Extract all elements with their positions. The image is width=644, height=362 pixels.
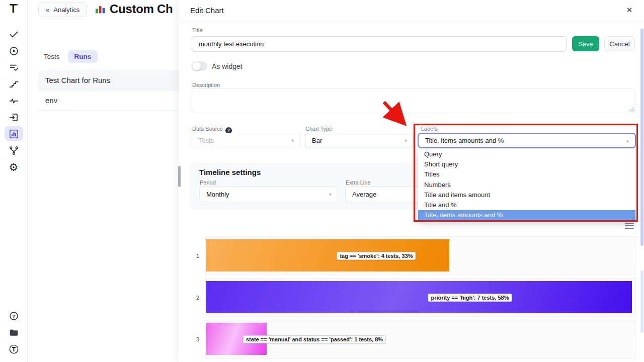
y-axis-tick-label: 3 [191,318,199,360]
chart-menu-icon[interactable] [625,221,634,230]
pulse-icon[interactable] [8,95,20,107]
analytics-panel: « Analytics Custom Ch ✕ Tests Runs Test … [28,0,179,362]
app-root: T' ⚙ ? « Analytics [0,0,644,362]
bar-data-label: priority == 'high': 7 tests, 58% [428,294,512,302]
caret-down-icon: ▼ [290,138,295,143]
period-value: Monthly [206,191,229,198]
page-title: Custom Ch [110,2,190,18]
cancel-button[interactable]: Cancel [604,36,635,51]
chart-type-label: Chart Type [305,126,333,132]
import-icon[interactable] [8,111,20,123]
save-button[interactable]: Save [572,36,599,51]
tab-runs[interactable]: Runs [68,50,98,63]
close-icon[interactable]: ✕ [624,5,634,15]
chart-row: 1tag == 'smoke': 4 tests, 33% [191,235,636,277]
scrollbar-thumb[interactable] [640,29,643,246]
data-source-select[interactable]: Tests▼ [192,133,300,148]
bar-segment[interactable] [206,281,632,313]
as-widget-label: As widget [212,62,243,70]
branch-icon[interactable] [8,144,20,156]
period-label: Period [200,179,216,186]
dropdown-option[interactable]: Title and items amount [418,190,635,200]
play-circle-icon[interactable] [8,45,20,57]
back-button-label: Analytics [53,6,79,14]
chart-type-value: Bar [312,137,322,144]
svg-text:?: ? [12,313,15,319]
dropdown-option[interactable]: Title and % [418,200,635,210]
back-to-analytics-button[interactable]: « Analytics [38,2,87,17]
logo-circle-icon[interactable] [8,343,20,355]
gear-icon[interactable]: ⚙ [8,161,20,173]
app-logo-icon[interactable]: T' [0,2,28,16]
period-select[interactable]: Monthly▼ [199,187,338,202]
dropdown-option[interactable]: Titles [418,169,635,179]
drawer-title: Edit Chart [190,6,224,15]
caret-down-icon: ▼ [404,138,408,143]
timeline-settings-heading: Timeline settings [199,168,261,176]
scrollbar-thumb-secondary[interactable] [640,270,643,333]
chart-row: 3state == 'manual' and status == 'passed… [191,318,636,360]
labels-label: Labels [421,126,437,132]
drawer-header: Edit Chart ✕ [179,0,644,22]
bar-data-label: state == 'manual' and status == 'passed'… [243,335,386,343]
custom-chart-icon [94,4,107,18]
dropdown-option[interactable]: Numbers [418,179,635,190]
description-textarea[interactable] [192,88,635,113]
labels-dropdown-menu: QueryShort queryTitlesNumbersTitle and i… [418,149,636,221]
chart-type-select[interactable]: Bar▼ [305,133,414,148]
bar-track: tag == 'smoke': 4 tests, 33% [205,236,636,275]
steps-icon[interactable] [8,78,20,90]
bar-data-label: tag == 'smoke': 4 tests, 33% [337,252,416,260]
bar-chart: 1tag == 'smoke': 4 tests, 33%2priority =… [191,235,636,360]
chart-list: Test Chart for Runsenv [38,70,179,111]
extra-line-label: Extra Line [346,179,371,186]
toggle-knob [192,62,201,70]
title-input[interactable]: monthly test execution [192,36,567,52]
extra-line-value: Average [352,191,376,198]
y-axis-tick-label: 1 [191,235,199,277]
title-field-label: Title [192,27,202,33]
y-axis-tick-label: 2 [191,277,199,318]
chevrons-left-icon: « [46,6,49,14]
dropdown-option[interactable]: Title, items amounts and % [418,210,635,220]
bar-track: state == 'manual' and status == 'passed'… [205,320,636,358]
folder-icon[interactable] [8,326,20,338]
icon-sidebar: T' ⚙ ? [0,0,28,362]
chart-row: 2priority == 'high': 7 tests, 58% [191,277,636,318]
tabs-bar: Tests Runs [43,50,98,63]
resize-grip-icon[interactable] [629,107,634,112]
as-widget-toggle[interactable] [192,61,207,71]
dropdown-option[interactable]: Short query [418,159,635,169]
description-field-label: Description [192,82,220,88]
help-icon[interactable]: ? [8,310,20,322]
list-item[interactable]: env [38,90,179,111]
edit-chart-drawer: Edit Chart ✕ Title monthly test executio… [179,0,644,362]
caret-up-icon: ▲ [625,138,630,143]
labels-value: Title, items amounts and % [425,137,504,144]
list-item[interactable]: Test Chart for Runs [38,70,179,90]
check-icon[interactable] [8,28,20,40]
panel-resize-handle[interactable] [178,166,181,187]
bar-track: priority == 'high': 7 tests, 58% [205,278,636,317]
tab-tests[interactable]: Tests [43,50,61,63]
dropdown-option[interactable]: Query [418,149,635,159]
list-check-icon[interactable] [8,61,20,73]
bar-chart-icon[interactable] [8,128,20,140]
data-source-value: Tests [199,137,214,144]
caret-down-icon: ▼ [328,192,333,197]
labels-select[interactable]: Title, items amounts and %▲ [418,133,636,148]
